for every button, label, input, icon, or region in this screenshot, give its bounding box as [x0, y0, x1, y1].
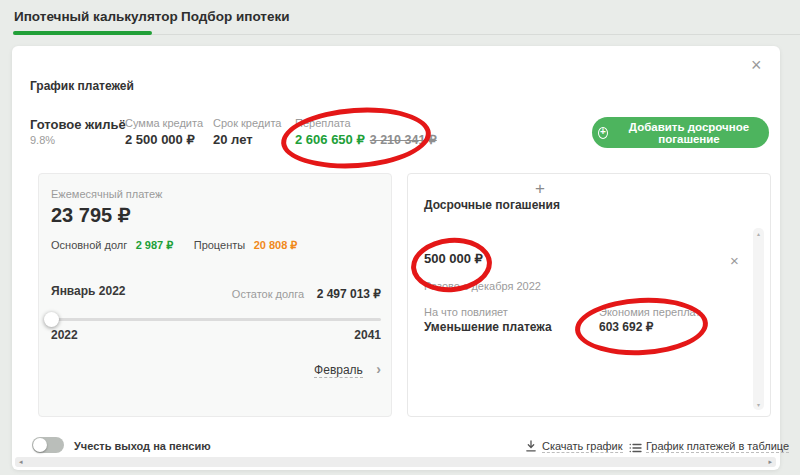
chevron-right-icon: › [376, 361, 381, 377]
scroll-up-icon[interactable]: ▴ [753, 230, 764, 237]
tab-mortgage-selection[interactable]: Подбор ипотеки [181, 9, 289, 24]
summary-amount: Сумма кредита 2 500 000 ₽ [125, 118, 203, 146]
prepayment-amount: 500 000 ₽ [424, 251, 483, 266]
next-month-link[interactable]: Февраль [314, 363, 363, 378]
product-name: Готовое жильё [30, 118, 126, 131]
interest-value: 20 808 ₽ [254, 239, 298, 251]
mortgage-calculator-page: Ипотечный калькулятор Подбор ипотеки × Г… [0, 0, 800, 475]
principal-label: Основной долг [51, 239, 127, 251]
term-label: Срок кредита [213, 118, 281, 129]
prepayments-scrollbar[interactable]: ▴ ▾ [753, 228, 764, 410]
savings-value: 603 692 ₽ [599, 320, 653, 334]
monthly-payment-value: 23 795 ₽ [51, 203, 130, 227]
schedule-table-link[interactable]: График платежей в таблице [646, 440, 789, 453]
interest-label: Проценты [194, 239, 245, 251]
scroll-right-icon[interactable]: ▸ [768, 458, 772, 466]
effect-label: На что повлияет [424, 306, 508, 318]
savings-label: Экономия переплат [599, 306, 700, 318]
tab-mortgage-calculator[interactable]: Ипотечный калькулятор [14, 9, 178, 24]
timeline-slider-handle[interactable] [44, 312, 59, 327]
principal-value: 2 987 ₽ [136, 239, 174, 251]
pension-toggle-knob [33, 438, 47, 452]
effect-value: Уменьшение платежа [424, 320, 552, 334]
download-schedule-link[interactable]: Скачать график [542, 440, 623, 453]
add-prepayment-label: Добавить досрочное погашение [615, 121, 763, 145]
summary-term: Срок кредита 20 лет [213, 118, 281, 146]
payment-breakdown: Основной долг 2 987 ₽ Проценты 20 808 ₽ [51, 235, 297, 253]
next-month-block[interactable]: Февраль › [314, 360, 381, 378]
range-start-year: 2022 [51, 328, 78, 342]
summary-overpayment: Переплата 2 606 650 ₽3 210 341 ₽ [295, 118, 437, 147]
prepayments-title: Досрочные погашения [424, 198, 560, 212]
term-value: 20 лет [213, 133, 281, 146]
horizontal-scrollbar[interactable]: ◂ ▸ [15, 457, 776, 467]
amount-value: 2 500 000 ₽ [125, 133, 203, 146]
monthly-payment-label: Ежемесячный платеж [51, 188, 162, 200]
current-month: Январь 2022 [51, 284, 126, 298]
prepayments-panel: + Досрочные погашения 500 000 ₽ × Разово… [407, 173, 771, 417]
range-end-year: 2041 [354, 328, 381, 342]
scroll-left-icon[interactable]: ◂ [19, 458, 23, 466]
active-tab-underline [13, 31, 152, 35]
add-prepayment-plus-icon[interactable]: + [535, 180, 545, 197]
pension-toggle-label: Учесть выход на пенсию [74, 440, 211, 452]
remove-prepayment-icon[interactable]: × [730, 253, 739, 268]
close-icon[interactable]: × [751, 56, 762, 74]
summary-product: Готовое жильё 9.8% [30, 118, 126, 146]
amount-label: Сумма кредита [125, 118, 203, 129]
monthly-payment-panel: Ежемесячный платеж 23 795 ₽ Основной дол… [38, 173, 392, 417]
download-icon [525, 439, 537, 457]
card-title: График платежей [30, 79, 134, 93]
balance-block: Остаток долга 2 497 013 ₽ [232, 284, 381, 302]
table-list-icon [629, 440, 642, 458]
pension-toggle[interactable] [32, 437, 64, 453]
balance-label: Остаток долга [232, 288, 304, 300]
prepayment-schedule: Разово с декабря 2022 [424, 280, 541, 292]
product-rate: 9.8% [30, 135, 126, 146]
balance-value: 2 497 013 ₽ [317, 287, 381, 301]
add-prepayment-button[interactable]: + Добавить досрочное погашение [592, 117, 769, 148]
plus-circle-icon: + [598, 127, 608, 139]
overpayment-old-value: 3 210 341 ₽ [370, 133, 437, 147]
overpayment-label: Переплата [295, 118, 437, 129]
timeline-slider-track[interactable] [51, 318, 381, 321]
scroll-down-icon[interactable]: ▾ [753, 401, 764, 408]
overpayment-new-value: 2 606 650 ₽ [295, 132, 365, 147]
payment-schedule-card: × График платежей Готовое жильё 9.8% Сум… [12, 46, 780, 470]
